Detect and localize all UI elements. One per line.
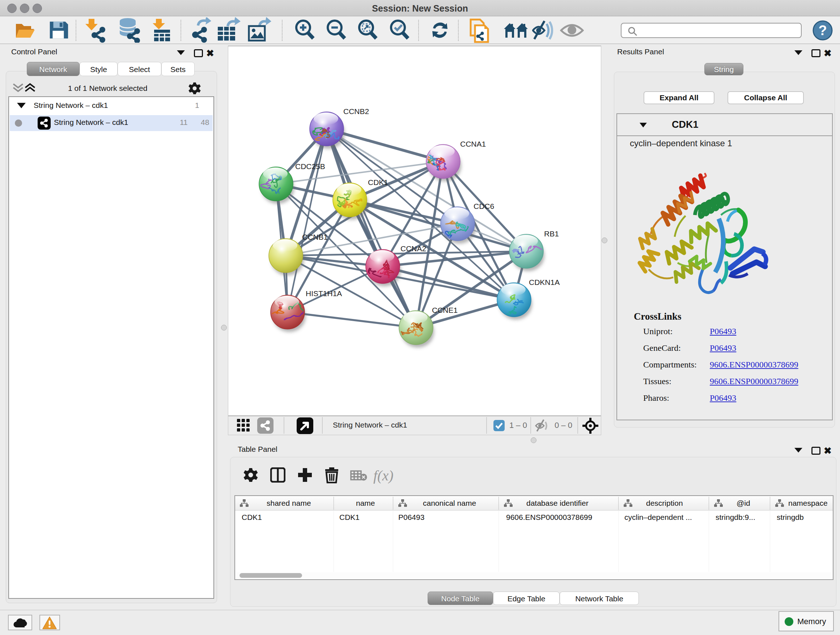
svg-text:CDC25B: CDC25B	[295, 162, 325, 171]
svg-text:CCNA2: CCNA2	[401, 244, 426, 253]
svg-text:?: ?	[818, 23, 827, 38]
svg-text:CCNB2: CCNB2	[343, 107, 369, 116]
svg-text:CDKN1A: CDKN1A	[529, 278, 560, 287]
svg-text:CCNB1: CCNB1	[302, 233, 328, 241]
svg-text:CCNE1: CCNE1	[432, 306, 458, 314]
svg-text:CDK1: CDK1	[368, 178, 388, 187]
svg-text:HIST1H1A: HIST1H1A	[306, 289, 342, 298]
svg-text:CCNA1: CCNA1	[460, 140, 486, 148]
svg-text:CDC6: CDC6	[474, 202, 494, 211]
svg-text:RB1: RB1	[544, 230, 559, 238]
